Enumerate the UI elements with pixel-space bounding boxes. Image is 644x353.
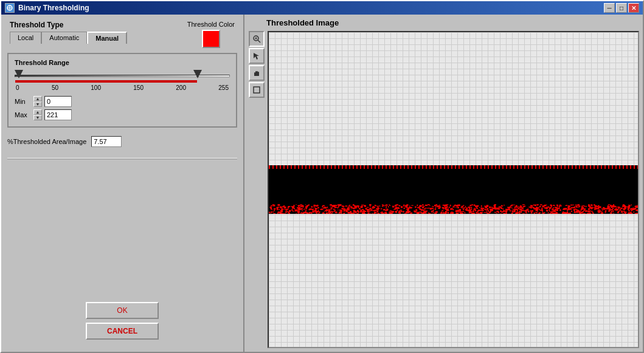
rect-tool[interactable] [249,82,265,98]
minimize-button[interactable]: ─ [604,3,615,13]
button-section: OK CANCEL [7,296,237,346]
scale-row: 0 50 100 150 200 255 [15,84,230,91]
min-max-row: Min ▲ ▼ Max ▲ ▼ [15,96,230,120]
image-grid [269,32,638,347]
min-arrows: ▲ ▼ [33,96,42,107]
svg-rect-14 [254,87,260,93]
max-arrows: ▲ ▼ [33,109,42,120]
min-down-arrow[interactable]: ▼ [33,101,42,107]
slider-thumb-right[interactable] [193,70,202,78]
slider-thumb-left[interactable] [15,70,23,78]
title-bar-left: Binary Thresholding [5,3,89,13]
threshold-header: Threshold Type Local Automatic Manual Th… [7,21,237,48]
right-panel: Thresholded Image [244,15,643,352]
min-input[interactable] [44,96,72,107]
cancel-button[interactable]: CANCEL [86,323,159,340]
area-label: %Thresholded Area/Image [7,138,86,145]
svg-marker-8 [254,53,259,60]
area-section: %Thresholded Area/Image 7.57 [7,132,237,151]
close-button[interactable]: ✕ [628,3,639,13]
max-row: Max ▲ ▼ [15,109,230,120]
svg-rect-13 [254,75,259,76]
left-panel: Threshold Type Local Automatic Manual Th… [1,15,244,352]
min-up-arrow[interactable]: ▲ [33,96,42,101]
divider [7,158,237,159]
hand-tool[interactable] [249,65,265,81]
svg-line-5 [258,40,260,43]
area-value: 7.57 [91,136,122,147]
image-toolbar [248,31,265,348]
tab-automatic[interactable]: Automatic [41,32,87,44]
app-icon [5,3,15,13]
threshold-type-section: Threshold Type Local Automatic Manual [10,21,127,44]
threshold-type-label: Threshold Type [10,21,127,29]
threshold-color-section: Threshold Color [187,21,235,48]
main-window: Binary Thresholding ─ □ ✕ Threshold Type… [0,0,644,353]
zoom-tool[interactable] [249,31,265,47]
title-bar: Binary Thresholding ─ □ ✕ [1,1,643,15]
color-swatch[interactable] [202,30,220,48]
image-canvas [268,31,639,348]
scale-255: 255 [218,84,229,91]
max-input[interactable] [44,109,72,120]
max-label: Max [15,111,32,118]
range-label: Threshold Range [15,59,230,66]
ok-button[interactable]: OK [86,302,159,319]
tab-manual[interactable]: Manual [87,32,127,44]
image-title: Thresholded Image [248,18,639,27]
red-dots-canvas [269,204,638,214]
scale-0: 0 [16,84,19,91]
slider-track-container [15,70,230,82]
scale-50: 50 [52,84,58,91]
maximize-button[interactable]: □ [616,3,627,13]
window-title: Binary Thresholding [18,4,89,12]
max-down-arrow[interactable]: ▼ [33,115,42,120]
title-bar-buttons: ─ □ ✕ [604,3,639,13]
tab-row: Local Automatic Manual [10,32,127,44]
slider-fill [15,80,197,83]
min-row: Min ▲ ▼ [15,96,230,107]
scale-100: 100 [91,84,101,91]
main-content: Threshold Type Local Automatic Manual Th… [1,15,643,352]
scale-150: 150 [133,84,144,91]
min-label: Min [15,98,32,105]
threshold-range-box: Threshold Range 0 50 100 150 200 255 [7,53,237,128]
max-up-arrow[interactable]: ▲ [33,109,42,115]
image-area-container [248,31,639,348]
image-band [269,165,638,214]
band-bottom-red [269,204,638,214]
pointer-tool[interactable] [249,48,265,64]
tab-local[interactable]: Local [10,32,41,44]
threshold-color-label: Threshold Color [187,21,235,28]
scale-200: 200 [176,84,186,91]
